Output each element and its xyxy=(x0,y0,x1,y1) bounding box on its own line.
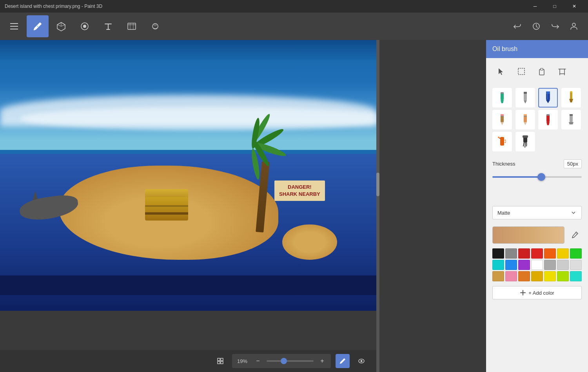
svg-point-9 xyxy=(572,23,575,26)
svg-marker-31 xyxy=(569,99,573,102)
color-cell-darkred[interactable] xyxy=(518,248,530,259)
select-rect-button[interactable] xyxy=(513,63,530,80)
tool-canvas[interactable] xyxy=(121,15,143,37)
svg-point-15 xyxy=(361,360,363,362)
color-cell-blue[interactable] xyxy=(505,260,517,270)
minimize-button[interactable]: ─ xyxy=(526,0,544,13)
select-paste-button[interactable] xyxy=(533,63,550,80)
color-cell-yellow[interactable] xyxy=(557,248,569,259)
brush-spray-orange[interactable] xyxy=(492,132,512,151)
zoom-in-button[interactable]: + xyxy=(317,356,328,367)
redo-button[interactable] xyxy=(547,18,563,34)
color-cell-teal[interactable] xyxy=(570,271,582,281)
color-swatch-container xyxy=(492,226,582,244)
color-cell-tan[interactable] xyxy=(492,271,504,281)
svg-rect-30 xyxy=(570,92,572,99)
svg-rect-13 xyxy=(221,361,223,364)
brush-pen-gray[interactable] xyxy=(515,88,535,108)
brush-marker-red[interactable] xyxy=(538,110,558,129)
eyedropper-button[interactable] xyxy=(568,228,582,242)
title-bar: Desert island with chest primary.png - P… xyxy=(0,0,588,13)
v-scrollbar-thumb[interactable] xyxy=(376,173,379,196)
wave2 xyxy=(20,107,376,130)
color-cell-silver[interactable] xyxy=(557,260,569,270)
v-scrollbar[interactable] xyxy=(376,40,379,372)
canvas-area[interactable]: DANGER! SHARK NEARBY 19% − + xyxy=(0,40,486,372)
close-button[interactable]: ✕ xyxy=(565,0,583,13)
select-pointer-button[interactable] xyxy=(492,63,510,80)
toolbar xyxy=(0,13,588,40)
color-cell-white[interactable] xyxy=(531,260,543,270)
selected-color-swatch[interactable] xyxy=(492,226,564,244)
brush-pencil-orange[interactable] xyxy=(515,110,535,129)
color-cell-cyan[interactable] xyxy=(492,260,504,270)
color-cell-orange[interactable] xyxy=(544,248,556,259)
tool-text[interactable] xyxy=(97,15,119,37)
brush-gray[interactable] xyxy=(561,110,581,129)
maximize-button[interactable]: □ xyxy=(546,0,564,13)
thickness-section: Thickness 50px xyxy=(486,155,588,186)
color-cell-nearwhite[interactable] xyxy=(570,260,582,270)
user-button[interactable] xyxy=(566,18,582,34)
finish-dropdown[interactable]: Matte xyxy=(492,206,582,219)
color-cell-gold[interactable] xyxy=(531,271,543,281)
brush-view-button[interactable] xyxy=(336,354,350,368)
brush-marker-green[interactable] xyxy=(492,88,512,108)
app-title: Desert island with chest primary.png - P… xyxy=(5,4,102,9)
brush-grid xyxy=(486,85,588,155)
color-cell-purple[interactable] xyxy=(518,260,530,270)
color-palette xyxy=(486,247,588,283)
undo-button[interactable] xyxy=(510,18,525,34)
svg-rect-36 xyxy=(501,116,504,117)
svg-rect-2 xyxy=(10,29,18,29)
fit-view-button[interactable] xyxy=(213,354,227,368)
thickness-slider-container[interactable] xyxy=(492,172,582,182)
thickness-value: 50px xyxy=(564,159,582,168)
zoom-thumb[interactable] xyxy=(281,358,287,364)
zoom-out-button[interactable]: − xyxy=(252,356,263,367)
treasure-chest xyxy=(145,189,188,221)
tool-shapes[interactable] xyxy=(74,15,96,37)
svg-rect-0 xyxy=(10,23,18,24)
thickness-thumb[interactable] xyxy=(537,173,545,181)
svg-point-50 xyxy=(505,140,506,141)
svg-marker-38 xyxy=(524,122,527,125)
color-cell-gray[interactable] xyxy=(505,248,517,259)
color-cell-darkorange[interactable] xyxy=(518,271,530,281)
svg-marker-21 xyxy=(501,100,504,103)
svg-rect-25 xyxy=(524,92,527,94)
svg-rect-28 xyxy=(546,91,550,94)
svg-point-5 xyxy=(83,25,86,28)
color-cell-pink[interactable] xyxy=(505,271,517,281)
svg-marker-27 xyxy=(546,100,550,103)
svg-rect-19 xyxy=(560,69,564,74)
svg-point-51 xyxy=(505,141,506,142)
svg-rect-47 xyxy=(500,137,504,146)
color-cell-green[interactable] xyxy=(570,248,582,259)
brush-calligraphy[interactable] xyxy=(561,88,581,108)
brush-drip-dark[interactable] xyxy=(515,132,535,151)
color-cell-lime[interactable] xyxy=(557,271,569,281)
svg-point-32 xyxy=(570,91,572,93)
tool-3d[interactable] xyxy=(50,15,72,37)
finish-type-label: Matte xyxy=(497,210,510,216)
select-crop-button[interactable] xyxy=(554,63,571,80)
tool-brush[interactable] xyxy=(27,15,49,37)
tool-effects[interactable] xyxy=(144,15,166,37)
add-color-button[interactable]: + Add color xyxy=(492,286,582,299)
brush-pencil-tan[interactable] xyxy=(492,110,512,129)
menu-button[interactable] xyxy=(6,18,22,34)
history-button[interactable] xyxy=(528,18,544,34)
svg-point-49 xyxy=(498,137,499,138)
add-color-label: + Add color xyxy=(528,290,554,296)
color-cell-lightgray[interactable] xyxy=(544,260,556,270)
color-cell-black[interactable] xyxy=(492,248,504,259)
svg-rect-46 xyxy=(570,114,573,116)
svg-rect-6 xyxy=(128,23,136,29)
eye-view-button[interactable] xyxy=(354,354,368,368)
color-cell-brightyellow[interactable] xyxy=(544,271,556,281)
zoom-slider[interactable] xyxy=(267,360,314,362)
color-cell-red[interactable] xyxy=(531,248,543,259)
svg-rect-40 xyxy=(524,116,527,117)
brush-oil-blue[interactable] xyxy=(538,88,558,108)
